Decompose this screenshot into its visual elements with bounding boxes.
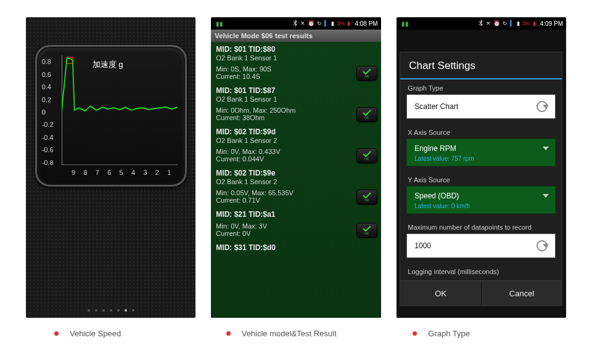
test-item[interactable]: MID: $02 TID:$9dO2 Bank 1 Sensor 2Min: 0… — [211, 124, 380, 166]
mute-icon: ✕ — [300, 20, 305, 26]
test-mid: MID: $21 TID:$a1 — [216, 210, 376, 219]
test-item[interactable]: MID: $31 TID:$d0 — [211, 240, 380, 255]
pager-dot[interactable] — [88, 309, 90, 312]
screen-title: Vehicle Mode $06 test results — [211, 30, 380, 42]
ok-badge: OK — [356, 66, 377, 81]
test-subtitle: O2 Bank 1 Sensor 2 — [216, 178, 376, 185]
max-datapoints-label: Maximum number of datapoints to record — [400, 219, 562, 233]
test-item[interactable]: MID: $01 TID:$87O2 Bank 1 Sensor 1Min: 0… — [211, 83, 380, 124]
pager-dots — [26, 309, 195, 312]
pager-dot[interactable] — [125, 309, 127, 312]
test-mid: MID: $31 TID:$d0 — [216, 243, 376, 252]
y-axis-value: Speed (OBD) — [414, 192, 459, 200]
test-minmax: Min: 0V, Max: 0.433V — [216, 148, 376, 155]
x-tick: 5 — [120, 169, 123, 176]
test-minmax: Min: 0Ohm, Max: 250Ohm — [216, 107, 376, 114]
chart-plot — [62, 55, 178, 165]
test-current: Current: 0.044V — [216, 155, 376, 163]
bullet-icon — [413, 331, 417, 336]
x-tick: 6 — [107, 169, 111, 176]
x-tick: 7 — [96, 169, 99, 176]
max-datapoints-value: 1000 — [414, 241, 431, 250]
test-mid: MID: $01 TID:$87 — [216, 86, 376, 95]
y-tick: 0.4 — [42, 84, 51, 91]
battery-icon: ▮ — [347, 20, 350, 26]
max-datapoints-input[interactable]: 1000 — [406, 233, 556, 258]
obd-icon: ▮▮ — [400, 20, 409, 27]
cancel-button[interactable]: Cancel — [482, 281, 562, 305]
chart-settings-screen: ▮▮ ✕ ⏰ ↻ ▍ ▮ 3% ▮ 4:09 PM Chart Settings… — [397, 17, 566, 318]
pager-dot[interactable] — [110, 309, 112, 312]
x-tick: 2 — [155, 169, 159, 176]
sim-icon: ▍ — [324, 20, 329, 26]
chevron-down-icon — [543, 244, 549, 248]
x-tick: 3 — [143, 169, 147, 176]
battery-pct: 3% — [522, 20, 530, 26]
x-axis-value: Engine RPM — [414, 144, 456, 153]
bluetooth-icon — [479, 20, 483, 28]
test-mid: MID: $01 TID:$80 — [216, 45, 376, 54]
graph-type-label: Graph Type — [400, 79, 562, 94]
bluetooth-icon — [293, 20, 298, 28]
battery-icon: ▮ — [533, 20, 536, 26]
ok-button[interactable]: OK — [400, 281, 482, 305]
test-minmax: Min: 0S, Max: 90S — [216, 65, 376, 73]
vehicle-speed-screen: 加速度 g — [26, 17, 195, 318]
alarm-icon: ⏰ — [493, 20, 500, 26]
pager-dot[interactable] — [102, 309, 105, 312]
test-current: Current: 0V — [216, 230, 376, 237]
sync-icon: ↻ — [503, 20, 508, 26]
test-current: Current: 0.71V — [216, 196, 376, 204]
clock: 4:09 PM — [540, 20, 563, 27]
test-mid: MID: $02 TID:$9d — [216, 127, 376, 136]
mute-icon: ✕ — [486, 20, 491, 26]
x-axis-label: X Axis Source — [400, 124, 562, 139]
ok-badge: OK — [356, 107, 377, 122]
y-tick: 0.2 — [42, 96, 51, 103]
x-tick: 1 — [167, 169, 171, 176]
ok-badge: OK — [356, 190, 377, 204]
test-item[interactable]: MID: $01 TID:$80O2 Bank 1 Sensor 1Min: 0… — [211, 42, 380, 83]
ok-badge: OK — [356, 223, 377, 238]
test-minmax: Min: 0.05V, Max: 65.535V — [216, 189, 376, 196]
signal-icon: ▮ — [517, 20, 520, 26]
y-axis-select[interactable]: Speed (OBD) Latest value: 0 km/h — [406, 186, 556, 214]
caption-3: Graph Type — [428, 329, 470, 338]
caption-2: Vehicle model&Test Result — [242, 329, 337, 338]
y-tick: -0.4 — [42, 134, 54, 140]
chevron-down-icon — [543, 147, 549, 150]
interval-label: Logging interval (milliseconds) — [400, 263, 562, 281]
obd-icon: ▮▮ — [214, 20, 223, 27]
test-results-screen: ▮▮ ✕ ⏰ ↻ ▍ ▮ 3% ▮ 4:08 PM Vehicle Mode $… — [211, 17, 380, 318]
y-tick: 0 — [42, 109, 46, 116]
test-item[interactable]: MID: $02 TID:$9eO2 Bank 1 Sensor 2Min: 0… — [211, 166, 380, 207]
y-axis-latest: Latest value: 0 km/h — [414, 203, 548, 209]
test-subtitle: O2 Bank 1 Sensor 1 — [216, 54, 376, 62]
y-tick: 0.6 — [42, 71, 51, 78]
x-tick: 4 — [131, 169, 135, 176]
graph-type-select[interactable]: Scatter Chart — [406, 94, 556, 119]
pager-dot[interactable] — [95, 309, 97, 312]
x-axis-latest: Latest value: 757 rpm — [414, 155, 548, 162]
test-current: Current: 38Ohm — [216, 114, 376, 121]
dialog-title: Chart Settings — [400, 52, 562, 79]
test-mid: MID: $02 TID:$9e — [216, 169, 376, 177]
clock: 4:08 PM — [355, 20, 377, 27]
alarm-icon: ⏰ — [308, 20, 314, 26]
ok-badge: OK — [356, 148, 377, 163]
signal-icon: ▮ — [331, 20, 334, 26]
acceleration-gauge: 加速度 g — [35, 45, 187, 187]
battery-pct: 3% — [337, 20, 345, 26]
x-tick: 9 — [72, 169, 75, 176]
x-axis-select[interactable]: Engine RPM Latest value: 757 rpm — [406, 139, 556, 166]
test-item[interactable]: MID: $21 TID:$a1Min: 0V, Max: 3VCurrent:… — [211, 207, 380, 240]
test-minmax: Min: 0V, Max: 3V — [216, 222, 376, 230]
chart-settings-dialog: Chart Settings Graph Type Scatter Chart … — [400, 52, 562, 306]
sync-icon: ↻ — [317, 20, 322, 26]
chevron-down-icon — [543, 194, 549, 198]
pager-dot[interactable] — [132, 309, 134, 312]
y-tick: -0.6 — [42, 147, 54, 153]
y-tick: -0.8 — [42, 159, 54, 166]
pager-dot[interactable] — [117, 309, 120, 312]
status-bar: ▮▮ ✕ ⏰ ↻ ▍ ▮ 3% ▮ 4:08 PM — [211, 17, 380, 30]
